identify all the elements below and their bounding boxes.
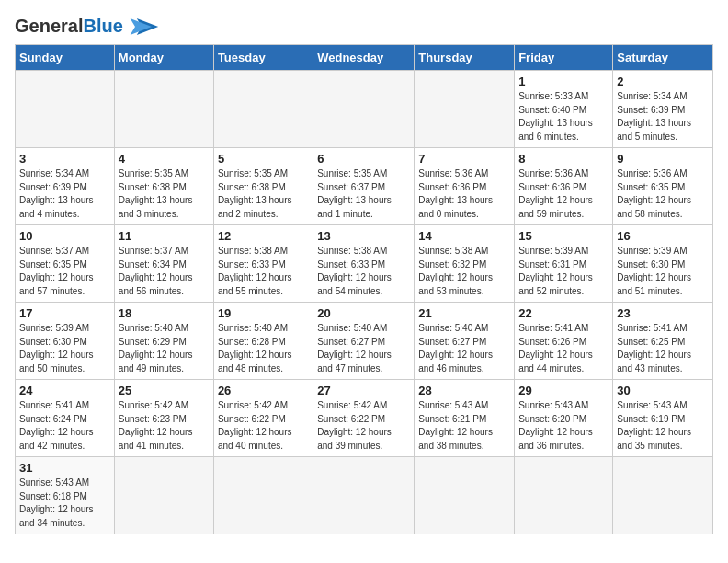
calendar-cell: 21Sunrise: 5:40 AM Sunset: 6:27 PM Dayli… [415, 303, 515, 380]
calendar-cell [114, 457, 213, 534]
calendar-cell: 19Sunrise: 5:40 AM Sunset: 6:28 PM Dayli… [213, 303, 313, 380]
day-info: Sunrise: 5:43 AM Sunset: 6:19 PM Dayligh… [617, 399, 709, 453]
calendar-cell: 25Sunrise: 5:42 AM Sunset: 6:23 PM Dayli… [114, 380, 213, 457]
page-header: GeneralBlue [15, 15, 713, 37]
day-number: 5 [218, 152, 309, 166]
day-number: 22 [518, 306, 609, 320]
day-info: Sunrise: 5:39 AM Sunset: 6:31 PM Dayligh… [518, 245, 609, 298]
calendar-cell: 6Sunrise: 5:35 AM Sunset: 6:37 PM Daylig… [313, 148, 415, 225]
day-header-wednesday: Wednesday [313, 45, 415, 71]
day-info: Sunrise: 5:36 AM Sunset: 6:35 PM Dayligh… [617, 167, 709, 221]
week-row-6: 31Sunrise: 5:43 AM Sunset: 6:18 PM Dayli… [16, 457, 713, 534]
day-number: 27 [317, 384, 410, 397]
day-header-tuesday: Tuesday [213, 45, 313, 71]
day-number: 19 [218, 306, 309, 320]
day-info: Sunrise: 5:36 AM Sunset: 6:36 PM Dayligh… [518, 167, 609, 221]
day-number: 12 [218, 229, 309, 243]
calendar-cell: 4Sunrise: 5:35 AM Sunset: 6:38 PM Daylig… [114, 148, 213, 225]
calendar-cell: 20Sunrise: 5:40 AM Sunset: 6:27 PM Dayli… [313, 303, 415, 380]
day-number: 21 [418, 306, 510, 320]
calendar-cell [313, 71, 415, 148]
day-number: 7 [418, 152, 510, 166]
day-header-monday: Monday [114, 45, 213, 71]
calendar-cell [213, 71, 313, 148]
days-header-row: SundayMondayTuesdayWednesdayThursdayFrid… [16, 45, 713, 71]
calendar-table: SundayMondayTuesdayWednesdayThursdayFrid… [15, 44, 713, 534]
day-info: Sunrise: 5:38 AM Sunset: 6:32 PM Dayligh… [418, 245, 510, 298]
calendar-cell: 18Sunrise: 5:40 AM Sunset: 6:29 PM Dayli… [114, 303, 213, 380]
day-info: Sunrise: 5:43 AM Sunset: 6:18 PM Dayligh… [19, 477, 110, 530]
day-info: Sunrise: 5:35 AM Sunset: 6:37 PM Dayligh… [317, 167, 410, 221]
calendar-cell: 16Sunrise: 5:39 AM Sunset: 6:30 PM Dayli… [613, 225, 713, 303]
day-header-friday: Friday [515, 45, 613, 71]
day-info: Sunrise: 5:43 AM Sunset: 6:21 PM Dayligh… [418, 399, 510, 453]
day-info: Sunrise: 5:37 AM Sunset: 6:34 PM Dayligh… [119, 245, 210, 298]
day-info: Sunrise: 5:41 AM Sunset: 6:24 PM Dayligh… [19, 399, 110, 453]
day-number: 20 [317, 306, 410, 320]
calendar-cell: 2Sunrise: 5:34 AM Sunset: 6:39 PM Daylig… [613, 71, 713, 148]
day-number: 23 [617, 306, 709, 320]
day-number: 18 [119, 306, 210, 320]
day-number: 25 [119, 384, 210, 397]
week-row-2: 3Sunrise: 5:34 AM Sunset: 6:39 PM Daylig… [16, 148, 713, 225]
week-row-5: 24Sunrise: 5:41 AM Sunset: 6:24 PM Dayli… [16, 380, 713, 457]
day-info: Sunrise: 5:37 AM Sunset: 6:35 PM Dayligh… [19, 245, 110, 298]
day-info: Sunrise: 5:34 AM Sunset: 6:39 PM Dayligh… [19, 167, 110, 221]
calendar-cell [114, 71, 213, 148]
logo: GeneralBlue [15, 15, 160, 37]
day-number: 15 [518, 229, 609, 243]
day-header-sunday: Sunday [16, 45, 115, 71]
calendar-cell [415, 71, 515, 148]
day-number: 4 [119, 152, 210, 166]
calendar-cell [16, 71, 115, 148]
calendar-cell: 31Sunrise: 5:43 AM Sunset: 6:18 PM Dayli… [16, 457, 115, 534]
calendar-cell [613, 457, 713, 534]
day-info: Sunrise: 5:34 AM Sunset: 6:39 PM Dayligh… [617, 90, 709, 144]
calendar-cell: 23Sunrise: 5:41 AM Sunset: 6:25 PM Dayli… [613, 303, 713, 380]
calendar-cell: 15Sunrise: 5:39 AM Sunset: 6:31 PM Dayli… [515, 225, 613, 303]
calendar-cell [515, 457, 613, 534]
calendar-cell: 11Sunrise: 5:37 AM Sunset: 6:34 PM Dayli… [114, 225, 213, 303]
day-number: 30 [617, 384, 709, 397]
day-number: 3 [19, 152, 110, 166]
calendar-cell: 10Sunrise: 5:37 AM Sunset: 6:35 PM Dayli… [16, 225, 115, 303]
logo-text: GeneralBlue [15, 17, 123, 35]
day-info: Sunrise: 5:40 AM Sunset: 6:29 PM Dayligh… [119, 322, 210, 375]
day-number: 31 [19, 461, 110, 475]
calendar-cell [415, 457, 515, 534]
day-header-saturday: Saturday [613, 45, 713, 71]
week-row-3: 10Sunrise: 5:37 AM Sunset: 6:35 PM Dayli… [16, 225, 713, 303]
calendar-cell: 29Sunrise: 5:43 AM Sunset: 6:20 PM Dayli… [515, 380, 613, 457]
calendar-cell: 3Sunrise: 5:34 AM Sunset: 6:39 PM Daylig… [16, 148, 115, 225]
day-number: 13 [317, 229, 410, 243]
day-info: Sunrise: 5:38 AM Sunset: 6:33 PM Dayligh… [317, 245, 410, 298]
calendar-cell: 28Sunrise: 5:43 AM Sunset: 6:21 PM Dayli… [415, 380, 515, 457]
calendar-cell [213, 457, 313, 534]
day-info: Sunrise: 5:42 AM Sunset: 6:23 PM Dayligh… [119, 399, 210, 453]
day-info: Sunrise: 5:39 AM Sunset: 6:30 PM Dayligh… [617, 245, 709, 298]
day-number: 11 [119, 229, 210, 243]
day-info: Sunrise: 5:38 AM Sunset: 6:33 PM Dayligh… [218, 245, 309, 298]
day-number: 24 [19, 384, 110, 397]
week-row-1: 1Sunrise: 5:33 AM Sunset: 6:40 PM Daylig… [16, 71, 713, 148]
day-number: 28 [418, 384, 510, 397]
calendar-cell: 30Sunrise: 5:43 AM Sunset: 6:19 PM Dayli… [613, 380, 713, 457]
calendar-cell: 14Sunrise: 5:38 AM Sunset: 6:32 PM Dayli… [415, 225, 515, 303]
day-number: 17 [19, 306, 110, 320]
calendar-cell: 27Sunrise: 5:42 AM Sunset: 6:22 PM Dayli… [313, 380, 415, 457]
day-header-thursday: Thursday [415, 45, 515, 71]
calendar-cell: 24Sunrise: 5:41 AM Sunset: 6:24 PM Dayli… [16, 380, 115, 457]
day-number: 8 [518, 152, 609, 166]
day-info: Sunrise: 5:42 AM Sunset: 6:22 PM Dayligh… [317, 399, 410, 453]
day-info: Sunrise: 5:39 AM Sunset: 6:30 PM Dayligh… [19, 322, 110, 375]
calendar-cell: 12Sunrise: 5:38 AM Sunset: 6:33 PM Dayli… [213, 225, 313, 303]
day-number: 1 [518, 75, 609, 88]
day-info: Sunrise: 5:33 AM Sunset: 6:40 PM Dayligh… [518, 90, 609, 144]
day-number: 29 [518, 384, 609, 397]
day-info: Sunrise: 5:35 AM Sunset: 6:38 PM Dayligh… [119, 167, 210, 221]
day-info: Sunrise: 5:41 AM Sunset: 6:26 PM Dayligh… [518, 322, 609, 375]
calendar-cell: 22Sunrise: 5:41 AM Sunset: 6:26 PM Dayli… [515, 303, 613, 380]
day-number: 26 [218, 384, 309, 397]
week-row-4: 17Sunrise: 5:39 AM Sunset: 6:30 PM Dayli… [16, 303, 713, 380]
calendar-cell [313, 457, 415, 534]
